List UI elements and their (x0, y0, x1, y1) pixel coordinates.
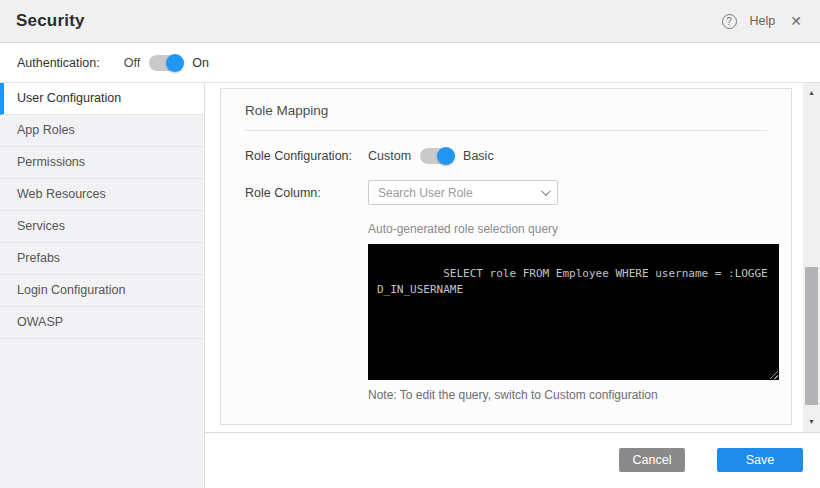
role-column-select[interactable]: Search User Role (368, 180, 558, 205)
chevron-down-icon (541, 186, 551, 196)
role-mapping-panel: Role Mapping Role Configuration: Custom … (220, 88, 792, 425)
sidebar-item-prefabs[interactable]: Prefabs (0, 243, 204, 275)
query-note: Note: To edit the query, switch to Custo… (368, 388, 767, 402)
role-mapping-title: Role Mapping (245, 89, 767, 131)
role-query-text: SELECT role FROM Employee WHERE username… (377, 267, 768, 295)
vertical-scrollbar[interactable]: ▲ ▼ (803, 83, 820, 432)
role-configuration-label: Role Configuration: (245, 149, 368, 163)
query-section-label: Auto-generated role selection query (368, 222, 767, 236)
sidebar-item-owasp[interactable]: OWASP (0, 307, 204, 339)
authentication-off-label: Off (124, 56, 140, 70)
main-area: User Configuration App Roles Permissions… (0, 83, 820, 488)
help-icon[interactable]: ? (722, 14, 737, 29)
close-icon[interactable]: ✕ (788, 13, 804, 29)
authentication-on-label: On (192, 56, 209, 70)
authentication-row: Authentication: Off On (0, 43, 820, 83)
header-actions: ? Help ✕ (722, 13, 804, 29)
role-mapping-form: Role Configuration: Custom Basic Role Co… (221, 148, 791, 402)
role-configuration-custom-label: Custom (368, 149, 411, 163)
sidebar-item-permissions[interactable]: Permissions (0, 147, 204, 179)
authentication-toggle[interactable] (149, 55, 183, 71)
authentication-label: Authentication: (17, 56, 100, 70)
sidebar-item-user-configuration[interactable]: User Configuration (0, 83, 204, 115)
sidebar-item-web-resources[interactable]: Web Resources (0, 179, 204, 211)
sidebar-item-app-roles[interactable]: App Roles (0, 115, 204, 147)
help-link[interactable]: Help (750, 14, 776, 28)
footer-divider (205, 432, 820, 433)
role-column-label: Role Column: (245, 186, 368, 200)
role-column-placeholder: Search User Role (378, 186, 473, 200)
scroll-down-icon[interactable]: ▼ (803, 417, 820, 427)
toggle-knob-icon (437, 147, 455, 165)
toggle-knob-icon (166, 54, 184, 72)
resize-handle-icon[interactable] (768, 369, 778, 379)
role-configuration-basic-label: Basic (463, 149, 494, 163)
content-area: Role Mapping Role Configuration: Custom … (205, 83, 820, 488)
role-configuration-toggle[interactable] (420, 148, 454, 164)
window-header: Security ? Help ✕ (0, 0, 820, 43)
cancel-button[interactable]: Cancel (619, 448, 685, 472)
sidebar-item-login-configuration[interactable]: Login Configuration (0, 275, 204, 307)
page-title: Security (16, 11, 85, 31)
role-query-textarea[interactable]: SELECT role FROM Employee WHERE username… (368, 244, 779, 380)
sidebar: User Configuration App Roles Permissions… (0, 83, 205, 488)
save-button[interactable]: Save (717, 448, 803, 472)
sidebar-item-services[interactable]: Services (0, 211, 204, 243)
scroll-up-icon[interactable]: ▲ (803, 88, 820, 98)
scrollbar-thumb[interactable] (805, 267, 818, 405)
